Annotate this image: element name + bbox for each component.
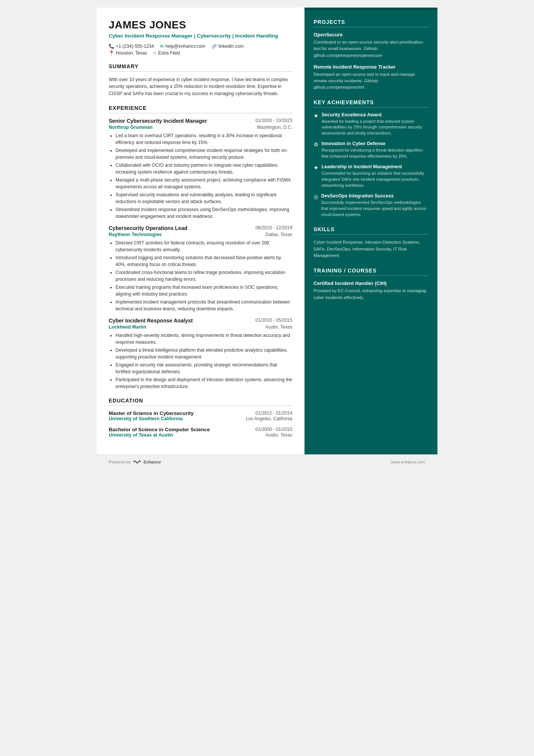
list-item: Managed a multi-phase security assessmen… xyxy=(116,177,292,190)
extra-field: Extra Field xyxy=(158,50,180,56)
brand-name: Enhancv xyxy=(144,460,161,464)
training-title: TRAINING / COURSES xyxy=(314,268,428,276)
achievement-4-icon: ◎ xyxy=(314,194,318,218)
list-item: Led a team to overhaul CIRT operations, … xyxy=(116,132,292,146)
degree-2-location: Austin, Texas xyxy=(265,432,292,438)
candidate-name: JAMES JONES xyxy=(109,19,292,31)
location-icon: 📍 xyxy=(109,50,114,56)
achievement-3: ★ Leadership in Incident Management Comm… xyxy=(314,164,428,189)
achievement-2-icon: ⚙ xyxy=(314,141,319,160)
list-item: Executed training programs that increase… xyxy=(116,284,292,297)
degree-2-date: 01/2006 - 01/2010 xyxy=(256,427,292,432)
achievement-4: ◎ DevSecOps Integration Success Successf… xyxy=(314,193,428,218)
skills-text: Cyber Incident Response, Intrusion Detec… xyxy=(314,239,428,259)
list-item: Participated in the design and deploymen… xyxy=(116,376,292,390)
achievement-3-desc: Commended for launching an initiative th… xyxy=(322,171,428,189)
powered-by-text: Powered by xyxy=(109,460,131,464)
training-1: Certified Incident Handler (CIH) Provide… xyxy=(314,280,428,301)
job-1: Senior Cybersecurity Incident Manager 01… xyxy=(109,118,292,220)
location-text: Houston, Texas xyxy=(116,50,147,56)
email-icon: ✉ xyxy=(160,44,164,49)
job-3-bullets: Handled high-severity incidents, driving… xyxy=(109,332,292,390)
achievement-2-desc: Recognized for introducing a threat dete… xyxy=(322,147,428,160)
achievement-1: ★ Security Excellence Award Awarded for … xyxy=(314,112,428,137)
list-item: Developed and implemented comprehensive … xyxy=(116,147,292,161)
linkedin-contact: 🔗 linkedin.com xyxy=(211,44,244,49)
achievements-title: KEY ACHIEVEMENTS xyxy=(314,99,428,108)
project-2: Remote Incident Response Tracker Develop… xyxy=(314,64,428,91)
achievement-2-title: Innovation in Cyber Defense xyxy=(322,141,428,146)
enhancv-logo-icon xyxy=(133,459,141,465)
training-1-desc: Provided by EC-Council, enhancing expert… xyxy=(314,288,428,301)
list-item: Coordinated cross-functional teams to re… xyxy=(116,269,292,283)
project-1: OpenSecure Contributed to an open-source… xyxy=(314,32,428,59)
job-1-location: Washington, D.C. xyxy=(257,125,292,130)
phone-number: +1-(234)-555-1234 xyxy=(116,44,154,49)
degree-2-name: Bachelor of Science in Computer Science xyxy=(109,427,210,432)
job-1-company: Northrop Grumman xyxy=(109,125,153,130)
job-2: Cybersecurity Operations Lead 06/2015 - … xyxy=(109,225,292,312)
experience-section: EXPERIENCE Senior Cybersecurity Incident… xyxy=(109,105,292,390)
list-item: Introduced logging and monitoring soluti… xyxy=(116,254,292,268)
skills-section: SKILLS Cyber Incident Response, Intrusio… xyxy=(314,226,428,259)
project-1-desc: Contributed to an open-source security a… xyxy=(314,39,428,59)
degree-2: Bachelor of Science in Computer Science … xyxy=(109,427,292,438)
job-3-location: Austin, Texas xyxy=(265,324,292,330)
degree-2-university: University of Texas at Austin xyxy=(109,432,173,438)
job-3-date: 01/2010 - 05/2015 xyxy=(256,318,292,323)
achievement-4-desc: Successfully implemented DevSecOps metho… xyxy=(321,200,428,218)
list-item: Engaged in security risk assessments, pr… xyxy=(116,362,292,375)
degree-1-university: University of Southern California xyxy=(109,416,183,421)
summary-section: SUMMARY With over 10 years of experience… xyxy=(109,63,292,97)
training-1-name: Certified Incident Handler (CIH) xyxy=(314,280,428,286)
job-1-role: Senior Cybersecurity Incident Manager xyxy=(109,118,207,124)
education-section: EDUCATION Master of Science in Cybersecu… xyxy=(109,398,292,438)
job-2-company: Raytheon Technologies xyxy=(109,232,162,237)
projects-title: PROJECTS xyxy=(314,19,428,27)
email-contact: ✉ help@enhancv.com xyxy=(160,44,205,49)
achievement-3-title: Leadership in Incident Management xyxy=(322,164,428,169)
list-item: Collaborated with OCIO and industry part… xyxy=(116,162,292,175)
job-1-date: 01/2020 - 10/2023 xyxy=(256,118,292,123)
summary-title: SUMMARY xyxy=(109,63,292,72)
list-item: Implemented incident management protocol… xyxy=(116,299,292,312)
extra-field-icon: ☆ xyxy=(153,50,157,56)
header: JAMES JONES Cyber Incident Response Mana… xyxy=(109,19,292,56)
achievement-1-desc: Awarded for leading a project that reduc… xyxy=(322,119,428,137)
summary-text: With over 10 years of experience in cybe… xyxy=(109,76,292,97)
projects-section: PROJECTS OpenSecure Contributed to an op… xyxy=(314,19,428,91)
job-3: Cyber Incident Response Analyst 01/2010 … xyxy=(109,318,292,390)
list-item: Directed CIRT activities for federal con… xyxy=(116,239,292,253)
job-2-role: Cybersecurity Operations Lead xyxy=(109,225,187,231)
linkedin-url: linkedin.com xyxy=(219,44,244,49)
job-2-bullets: Directed CIRT activities for federal con… xyxy=(109,239,292,312)
training-section: TRAINING / COURSES Certified Incident Ha… xyxy=(314,268,428,301)
list-item: Developed a threat intelligence platform… xyxy=(116,347,292,360)
degree-1-location: Los Angeles, California xyxy=(246,416,292,421)
achievement-1-title: Security Excellence Award xyxy=(322,112,428,117)
contact-info: 📞 +1-(234)-555-1234 ✉ help@enhancv.com 🔗… xyxy=(109,44,292,49)
job-2-location: Dallas, Texas xyxy=(265,232,292,237)
list-item: Streamlined incident response processes … xyxy=(116,206,292,220)
location-info: 📍 Houston, Texas ☆ Extra Field xyxy=(109,50,292,56)
achievements-section: KEY ACHIEVEMENTS ★ Security Excellence A… xyxy=(314,99,428,218)
degree-1-name: Master of Science in Cybersecurity xyxy=(109,410,194,416)
degree-1: Master of Science in Cybersecurity 01/20… xyxy=(109,410,292,421)
job-2-date: 06/2015 - 12/2019 xyxy=(256,225,292,230)
project-2-desc: Developed an open-source tool to track a… xyxy=(314,71,428,91)
list-item: Supervised security evaluations and vuln… xyxy=(116,191,292,205)
phone-contact: 📞 +1-(234)-555-1234 xyxy=(109,44,154,49)
degree-1-date: 01/2012 - 01/2014 xyxy=(256,410,292,416)
linkedin-icon: 🔗 xyxy=(211,44,217,49)
phone-icon: 📞 xyxy=(109,44,114,49)
footer-website: www.enhancv.com xyxy=(391,460,425,464)
footer-left: Powered by Enhancv xyxy=(109,459,161,465)
project-1-name: OpenSecure xyxy=(314,32,428,38)
achievement-1-icon: ★ xyxy=(314,113,319,137)
achievement-4-title: DevSecOps Integration Success xyxy=(321,193,428,199)
experience-title: EXPERIENCE xyxy=(109,105,292,113)
email-address: help@enhancv.com xyxy=(165,44,205,49)
achievement-3-icon: ★ xyxy=(314,164,319,189)
job-1-bullets: Led a team to overhaul CIRT operations, … xyxy=(109,132,292,220)
list-item: Handled high-severity incidents, driving… xyxy=(116,332,292,346)
